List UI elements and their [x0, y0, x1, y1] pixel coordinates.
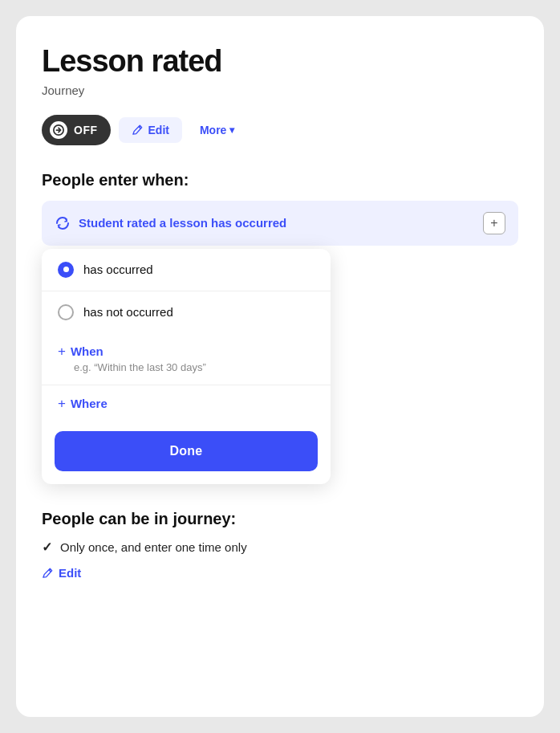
main-card: Lesson rated Journey OFF Edit More ▾ — [16, 16, 544, 717]
option2-label: has not occurred — [83, 305, 173, 319]
page-title: Lesson rated — [42, 45, 518, 79]
trigger-add-button[interactable]: + — [483, 212, 505, 234]
done-label: Done — [170, 444, 203, 458]
where-label: Where — [71, 397, 108, 410]
option-has-occurred[interactable]: has occurred — [42, 249, 331, 291]
bottom-title: People can be in journey: — [42, 510, 518, 528]
toolbar: OFF Edit More ▾ — [42, 115, 518, 145]
when-section-header[interactable]: + When — [58, 344, 314, 358]
check-text: Only once, and enter one time only — [60, 540, 247, 554]
toggle-button[interactable]: OFF — [42, 115, 111, 145]
where-plus-icon: + — [58, 397, 66, 410]
edit-button[interactable]: Edit — [119, 117, 182, 143]
enter-section: People enter when: Student rated a lesso… — [42, 171, 518, 484]
dropdown-panel: has occurred has not occurred + When e.g… — [42, 249, 331, 484]
enter-section-title: People enter when: — [42, 171, 518, 189]
plus-icon: + — [490, 216, 497, 230]
trigger-refresh-icon — [55, 215, 71, 231]
trigger-row[interactable]: Student rated a lesson has occurred + — [42, 201, 518, 246]
radio-has-occurred — [58, 262, 74, 278]
option1-label: has occurred — [83, 263, 153, 276]
done-button[interactable]: Done — [55, 431, 318, 471]
toggle-label: OFF — [74, 124, 98, 136]
check-row: ✓ Only once, and enter one time only — [42, 540, 518, 555]
when-section: + When e.g. “Within the last 30 days” — [42, 333, 331, 385]
checkmark-icon: ✓ — [42, 540, 52, 555]
option-has-not-occurred[interactable]: has not occurred — [42, 291, 331, 333]
chevron-down-icon: ▾ — [229, 124, 234, 136]
edit-label: Edit — [148, 124, 169, 136]
where-section-header[interactable]: + Where — [58, 397, 314, 410]
bottom-section: People can be in journey: ✓ Only once, a… — [42, 510, 518, 580]
more-button[interactable]: More ▾ — [190, 117, 244, 143]
edit-icon — [132, 124, 144, 136]
when-label: When — [71, 344, 103, 358]
radio-has-not-occurred — [58, 304, 74, 320]
when-plus-icon: + — [58, 344, 66, 358]
bottom-edit-label: Edit — [59, 566, 81, 580]
where-section: + Where — [42, 385, 331, 421]
page-subtitle: Journey — [42, 83, 518, 97]
more-label: More — [200, 124, 226, 136]
toggle-arrow-icon — [50, 121, 67, 139]
when-hint: e.g. “Within the last 30 days” — [74, 361, 314, 373]
trigger-text: Student rated a lesson has occurred — [79, 216, 475, 230]
page-header: Lesson rated Journey — [42, 45, 518, 97]
bottom-edit-icon — [42, 567, 54, 579]
bottom-edit-button[interactable]: Edit — [42, 566, 81, 580]
